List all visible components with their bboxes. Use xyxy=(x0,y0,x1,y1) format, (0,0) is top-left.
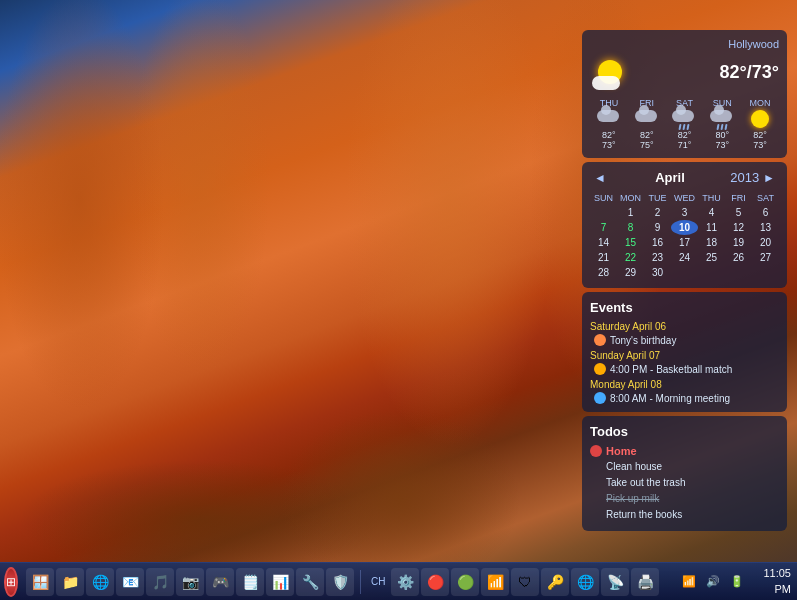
calendar-day[interactable]: 16 xyxy=(644,235,671,250)
calendar-day xyxy=(671,265,698,280)
calendar-day[interactable]: 5 xyxy=(725,205,752,220)
taskbar-icon-16[interactable]: 🔑 xyxy=(541,568,569,596)
calendar-day xyxy=(698,265,725,280)
calendar-day[interactable]: 27 xyxy=(752,250,779,265)
forecast-sun-lo: 73° xyxy=(703,140,741,150)
calendar-day[interactable]: 23 xyxy=(644,250,671,265)
calendar-day[interactable]: 22 xyxy=(617,250,644,265)
event-date-sat: Saturday April 06 xyxy=(590,321,779,332)
forecast-sat-hi: 82° xyxy=(666,130,704,140)
cal-dow-tue: TUE xyxy=(644,191,671,205)
calendar-day[interactable]: 18 xyxy=(698,235,725,250)
taskbar-icon-10[interactable]: 🛡️ xyxy=(326,568,354,596)
clock-time: 11:05 PM xyxy=(763,566,791,597)
taskbar-icon-7[interactable]: 🗒️ xyxy=(236,568,264,596)
taskbar-icon-5[interactable]: 📷 xyxy=(176,568,204,596)
calendar-month: April xyxy=(610,170,730,185)
taskbar-icon-8[interactable]: 📊 xyxy=(266,568,294,596)
calendar-day[interactable]: 28 xyxy=(590,265,617,280)
weather-current-icon xyxy=(590,52,630,92)
taskbar-ch: CH xyxy=(367,576,389,587)
taskbar-icon-6[interactable]: 🎮 xyxy=(206,568,234,596)
taskbar-icon-12[interactable]: 🔴 xyxy=(421,568,449,596)
weather-forecast: THU 82° 73° FRI 82° 75° SAT xyxy=(590,98,779,150)
taskbar-divider-1 xyxy=(360,570,361,594)
calendar-day[interactable]: 12 xyxy=(725,220,752,235)
calendar-next-button[interactable]: ► xyxy=(759,171,779,185)
forecast-mon-lo: 73° xyxy=(741,140,779,150)
cal-dow-sun: SUN xyxy=(590,191,617,205)
forecast-thu-hi: 82° xyxy=(590,130,628,140)
todos-title: Todos xyxy=(590,424,779,439)
taskbar-icon-1[interactable]: 📁 xyxy=(56,568,84,596)
sys-battery-icon[interactable]: 🔋 xyxy=(727,572,747,592)
event-basketball: 4:00 PM - Basketball match xyxy=(590,363,779,375)
calendar-day xyxy=(752,265,779,280)
taskbar-icon-17[interactable]: 🌐 xyxy=(571,568,599,596)
taskbar: ⊞ 🪟 📁 🌐 📧 🎵 📷 🎮 🗒️ 📊 🔧 🛡️ CH ⚙️ 🔴 🟢 📶 🛡 … xyxy=(0,562,797,600)
calendar-day[interactable]: 4 xyxy=(698,205,725,220)
sys-network-icon[interactable]: 📶 xyxy=(679,572,699,592)
forecast-fri-icon xyxy=(635,110,659,128)
calendar-day[interactable]: 29 xyxy=(617,265,644,280)
calendar-day[interactable]: 14 xyxy=(590,235,617,250)
calendar-day[interactable]: 11 xyxy=(698,220,725,235)
calendar-day[interactable]: 25 xyxy=(698,250,725,265)
cal-dow-mon: MON xyxy=(617,191,644,205)
calendar-day[interactable]: 1 xyxy=(617,205,644,220)
todo-category-home: Home xyxy=(590,445,779,457)
forecast-mon: MON 82° 73° xyxy=(741,98,779,150)
event-basketball-text: 4:00 PM - Basketball match xyxy=(610,364,732,375)
forecast-thu: THU 82° 73° xyxy=(590,98,628,150)
taskbar-clock[interactable]: 11:05 PM xyxy=(763,566,797,597)
start-button[interactable]: ⊞ xyxy=(4,567,18,597)
weather-widget: Hollywood 82°/73° THU 82° 73° FRI xyxy=(582,30,787,158)
taskbar-icon-15[interactable]: 🛡 xyxy=(511,568,539,596)
calendar-day[interactable]: 6 xyxy=(752,205,779,220)
taskbar-icon-4[interactable]: 🎵 xyxy=(146,568,174,596)
taskbar-icon-13[interactable]: 🟢 xyxy=(451,568,479,596)
widget-panel: Hollywood 82°/73° THU 82° 73° FRI xyxy=(582,30,787,531)
calendar-day[interactable]: 3 xyxy=(671,205,698,220)
event-birthday-text: Tony's birthday xyxy=(610,335,676,346)
calendar-day[interactable]: 13 xyxy=(752,220,779,235)
forecast-sun: SUN 80° 73° xyxy=(703,98,741,150)
weather-location: Hollywood xyxy=(590,38,779,50)
calendar-day[interactable]: 8 xyxy=(617,220,644,235)
calendar-day xyxy=(590,205,617,220)
forecast-fri-lo: 75° xyxy=(628,140,666,150)
calendar-day[interactable]: 26 xyxy=(725,250,752,265)
calendar-day[interactable]: 15 xyxy=(617,235,644,250)
calendar-day[interactable]: 21 xyxy=(590,250,617,265)
taskbar-icon-14[interactable]: 📶 xyxy=(481,568,509,596)
todos-widget: Todos Home Clean house Take out the tras… xyxy=(582,416,787,531)
forecast-sat-lo: 71° xyxy=(666,140,704,150)
forecast-mon-label: MON xyxy=(741,98,779,108)
taskbar-icon-3[interactable]: 📧 xyxy=(116,568,144,596)
calendar-day[interactable]: 24 xyxy=(671,250,698,265)
calendar-grid: SUN MON TUE WED THU FRI SAT 123456789101… xyxy=(590,191,779,280)
sys-volume-icon[interactable]: 🔊 xyxy=(703,572,723,592)
taskbar-icon-19[interactable]: 🖨️ xyxy=(631,568,659,596)
calendar-day[interactable]: 10 xyxy=(671,220,698,235)
taskbar-icon-11[interactable]: ⚙️ xyxy=(391,568,419,596)
calendar-day[interactable]: 7 xyxy=(590,220,617,235)
forecast-sat-icon xyxy=(672,110,696,128)
todo-cat-home-label: Home xyxy=(606,445,637,457)
taskbar-icon-2[interactable]: 🌐 xyxy=(86,568,114,596)
event-meeting-text: 8:00 AM - Morning meeting xyxy=(610,393,730,404)
calendar-day[interactable]: 2 xyxy=(644,205,671,220)
calendar-day[interactable]: 9 xyxy=(644,220,671,235)
calendar-day[interactable]: 30 xyxy=(644,265,671,280)
calendar-day[interactable]: 20 xyxy=(752,235,779,250)
forecast-fri: FRI 82° 75° xyxy=(628,98,666,150)
taskbar-icon-0[interactable]: 🪟 xyxy=(26,568,54,596)
taskbar-icon-18[interactable]: 📡 xyxy=(601,568,629,596)
calendar-day[interactable]: 19 xyxy=(725,235,752,250)
calendar-day[interactable]: 17 xyxy=(671,235,698,250)
birthday-icon xyxy=(594,334,606,346)
taskbar-icons: 🪟 📁 🌐 📧 🎵 📷 🎮 🗒️ 📊 🔧 🛡️ CH ⚙️ 🔴 🟢 📶 🛡 🔑 … xyxy=(22,568,663,596)
forecast-mon-icon xyxy=(748,110,772,128)
calendar-prev-button[interactable]: ◄ xyxy=(590,171,610,185)
taskbar-icon-9[interactable]: 🔧 xyxy=(296,568,324,596)
